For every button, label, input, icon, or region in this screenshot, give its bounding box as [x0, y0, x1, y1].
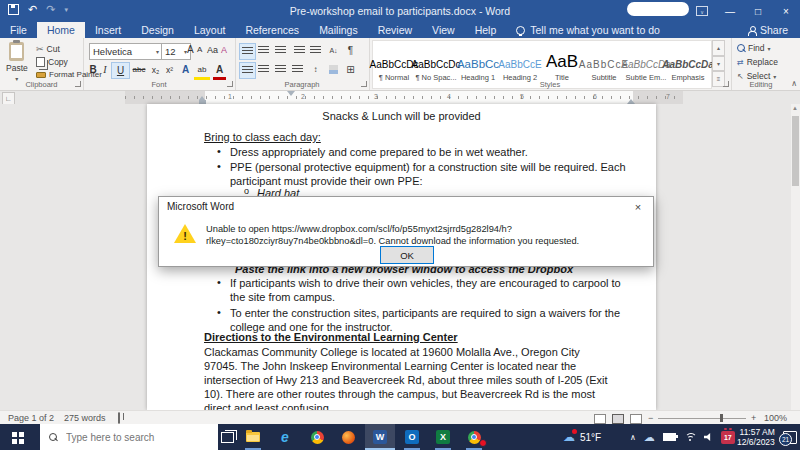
notification-badge-icon[interactable]: 17 [721, 431, 735, 444]
tab-insert[interactable]: Insert [85, 22, 131, 38]
cut-button[interactable]: ✂ Cut [36, 44, 60, 54]
styles-scroll-up[interactable]: ▴ [712, 40, 725, 56]
tab-mailings[interactable]: Mailings [309, 22, 368, 38]
bullet-marker: • [217, 160, 221, 172]
scrollbar-thumb[interactable] [792, 116, 799, 186]
clear-formatting-button[interactable]: A [221, 42, 227, 57]
zoom-out-button[interactable]: − [648, 413, 653, 423]
collapse-ribbon-button[interactable]: ∧ [791, 79, 797, 88]
weather-widget[interactable]: ☁ 51°F [563, 424, 601, 450]
tell-me-box[interactable]: Tell me what you want to do [516, 22, 660, 38]
tab-help[interactable]: Help [465, 22, 507, 38]
zoom-in-button[interactable]: + [751, 413, 756, 423]
bullets-button[interactable] [239, 43, 256, 60]
align-center-button[interactable] [256, 62, 271, 77]
firefox-button[interactable] [333, 424, 363, 450]
chrome-button[interactable] [302, 424, 332, 450]
styles-dialog-launcher[interactable] [723, 81, 729, 87]
outlook-button[interactable]: O [397, 424, 427, 450]
dialog-close-button[interactable]: × [623, 197, 653, 216]
first-line-indent-marker[interactable] [287, 91, 295, 96]
text-effects-button[interactable]: A [179, 62, 192, 77]
change-case-button[interactable]: Aa [207, 42, 218, 57]
copy-button[interactable]: Copy [36, 57, 68, 67]
clock[interactable]: 11:57 AM 12/6/2023 [737, 424, 775, 450]
bold-button[interactable]: B [87, 62, 99, 77]
tab-design[interactable]: Design [131, 22, 184, 38]
styles-scroll-down[interactable]: ▾ [712, 56, 725, 72]
indent-icon [310, 46, 321, 55]
word-count[interactable]: 275 words [64, 413, 106, 423]
sort-button[interactable]: A↓ [326, 43, 341, 58]
underline-button[interactable]: U [111, 62, 130, 79]
increase-indent-button[interactable] [308, 43, 323, 58]
tab-references[interactable]: References [235, 22, 309, 38]
font-family-combo[interactable]: Helvetica ▾ [89, 43, 163, 60]
grow-font-button[interactable]: A [187, 42, 194, 57]
tab-review[interactable]: Review [368, 22, 422, 38]
internet-explorer-button[interactable]: e [270, 424, 300, 450]
tab-file[interactable]: File [0, 22, 37, 38]
shrink-font-button[interactable]: A [197, 42, 202, 57]
vertical-scrollbar[interactable]: ▲ [791, 104, 800, 410]
subscript-button[interactable]: x₂ [149, 62, 162, 77]
excel-button[interactable]: X [428, 424, 458, 450]
tab-home[interactable]: Home [37, 22, 85, 38]
ok-button[interactable]: OK [380, 246, 434, 264]
wifi-icon[interactable] [684, 433, 696, 442]
zoom-level[interactable]: 100% [764, 413, 787, 423]
read-mode-button[interactable] [594, 414, 606, 424]
word-taskbar-button[interactable]: W [365, 424, 395, 450]
proofing-status-icon[interactable] [118, 412, 120, 424]
clipboard-dialog-launcher[interactable] [75, 81, 81, 87]
taskbar-search[interactable] [40, 424, 218, 450]
minimize-button[interactable]: — [716, 0, 744, 22]
align-left-button[interactable] [239, 62, 256, 79]
justify-icon [292, 65, 303, 74]
italic-button[interactable]: I [100, 62, 110, 77]
show-hide-marks-button[interactable]: ¶ [343, 43, 358, 58]
replace-button[interactable]: ⇄ Replace [737, 57, 778, 67]
page-indicator[interactable]: Page 1 of 2 [8, 413, 54, 423]
hidden-icons-chevron[interactable]: ∧ [630, 433, 636, 442]
web-layout-button[interactable] [630, 414, 642, 424]
cut-label: Cut [47, 44, 60, 54]
style-preview: AaBbCcDa [667, 41, 709, 70]
numbering-button[interactable] [256, 43, 271, 58]
paragraph-dialog-launcher[interactable] [361, 81, 367, 87]
zoom-slider-track[interactable] [658, 418, 746, 419]
speaker-icon[interactable] [704, 433, 713, 442]
chevron-down-icon: ▾ [768, 45, 771, 52]
start-button[interactable] [0, 424, 40, 450]
multilevel-list-button[interactable] [273, 43, 288, 58]
strikethrough-button[interactable]: abc [131, 62, 147, 77]
battery-icon[interactable] [663, 433, 676, 441]
ribbon-display-options-button[interactable]: ∨ [688, 0, 716, 22]
highlight-color-button[interactable]: ab [194, 62, 210, 80]
superscript-button[interactable]: x² [163, 62, 176, 77]
onedrive-icon[interactable]: ☁ [644, 432, 655, 443]
print-layout-button[interactable] [612, 414, 624, 424]
browser-profile-button[interactable] [459, 424, 489, 450]
action-center-button[interactable]: 21 [783, 424, 797, 450]
borders-button[interactable]: ⊞ [343, 62, 358, 77]
tab-layout[interactable]: Layout [184, 22, 236, 38]
font-dialog-launcher[interactable] [227, 81, 233, 87]
tab-view[interactable]: View [422, 22, 465, 38]
justify-button[interactable] [290, 62, 305, 77]
font-family-value: Helvetica [93, 46, 132, 57]
zoom-slider-thumb[interactable] [720, 414, 723, 422]
find-button[interactable]: Find ▾ [737, 43, 771, 53]
search-input[interactable] [64, 431, 198, 444]
decrease-indent-button[interactable] [292, 43, 307, 58]
excel-icon: X [436, 430, 450, 444]
shading-button[interactable] [326, 62, 341, 77]
file-explorer-button[interactable] [238, 424, 268, 450]
line-spacing-button[interactable]: ↕ [308, 62, 323, 77]
font-color-button[interactable]: A [213, 62, 226, 80]
horizontal-ruler: 1 2 3 4 5 6 7 [125, 91, 683, 104]
align-right-button[interactable] [273, 62, 288, 77]
ribbon-tab-bar: File Home Insert Design Layout Reference… [0, 22, 800, 38]
paste-button[interactable]: Paste ▾ [6, 42, 28, 82]
scroll-up-icon[interactable]: ▲ [792, 105, 798, 111]
